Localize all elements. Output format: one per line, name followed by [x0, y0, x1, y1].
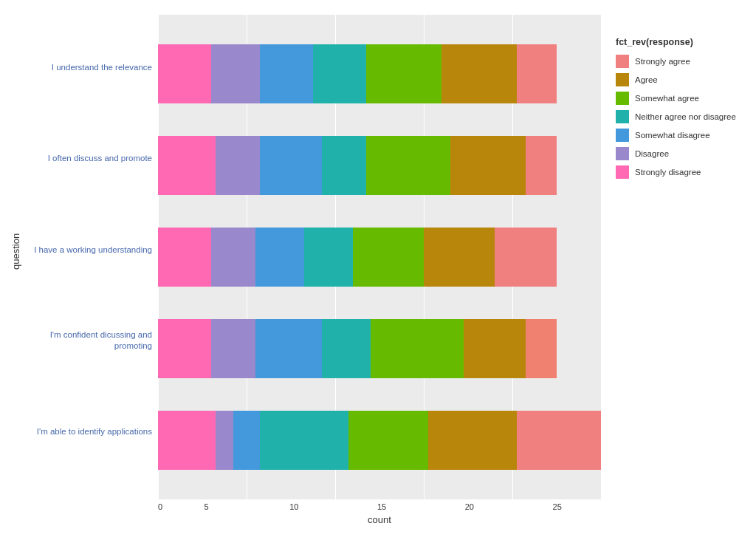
question-labels: I understand the relevanceI often discus…	[21, 15, 158, 499]
question-label-0: I understand the relevance	[21, 22, 152, 113]
legend-swatch-3	[616, 110, 629, 123]
bars-container	[158, 22, 601, 492]
legend-swatch-0	[616, 55, 629, 68]
legend-label-3: Neither agree nor disagree	[635, 112, 736, 121]
legend-items: Strongly agreeAgreeSomewhat agreeNeither…	[616, 55, 749, 184]
legend-item-4: Somewhat disagree	[616, 129, 749, 142]
bar-row-0	[158, 44, 601, 103]
x-axis: 0510152025	[158, 502, 601, 511]
legend-swatch-4	[616, 129, 629, 142]
legend-label-0: Strongly agree	[635, 57, 690, 66]
legend: fct_rev(response) Strongly agreeAgreeSom…	[601, 30, 749, 191]
bar-segment-4-5	[428, 411, 517, 470]
question-label-2: I have a working understanding	[21, 204, 152, 295]
bar-segment-0-0	[158, 44, 211, 103]
bar-row-4	[158, 411, 601, 470]
legend-swatch-2	[616, 92, 629, 105]
legend-title: fct_rev(response)	[616, 37, 749, 47]
legend-label-1: Agree	[635, 75, 658, 84]
bar-segment-3-0	[158, 319, 211, 378]
legend-label-2: Somewhat agree	[635, 94, 699, 103]
legend-label-5: Disagree	[635, 149, 669, 158]
bar-segment-4-1	[216, 411, 233, 470]
bar-segment-1-5	[450, 136, 526, 195]
bar-segment-1-4	[366, 136, 450, 195]
bar-segment-1-6	[526, 136, 557, 195]
bar-segment-4-3	[260, 411, 348, 470]
legend-item-0: Strongly agree	[616, 55, 749, 68]
bar-segment-0-1	[211, 44, 260, 103]
bar-segment-4-6	[517, 411, 601, 470]
bar-segment-2-4	[353, 228, 424, 287]
bar-segment-2-1	[211, 228, 255, 287]
bar-segment-2-0	[158, 228, 211, 287]
question-label-1: I often discuss and promote	[21, 113, 152, 204]
y-axis-label: question	[7, 37, 21, 465]
bar-segment-1-1	[216, 136, 260, 195]
legend-label-6: Strongly disagree	[635, 168, 701, 177]
bar-row-3	[158, 319, 601, 378]
legend-label-4: Somewhat disagree	[635, 131, 710, 140]
bar-segment-4-4	[348, 411, 428, 470]
bar-row-1	[158, 136, 601, 195]
bar-segment-2-5	[424, 228, 495, 287]
x-tick-3: 15	[338, 502, 426, 511]
bar-segment-0-6	[517, 44, 557, 103]
x-tick-2: 10	[250, 502, 338, 511]
bar-segment-0-5	[441, 44, 517, 103]
bar-segment-2-2	[255, 228, 304, 287]
x-tick-4: 20	[425, 502, 513, 511]
bar-segment-3-4	[371, 319, 464, 378]
question-label-3: I'm confident dicussing and promoting	[21, 295, 152, 386]
bar-segment-3-6	[526, 319, 557, 378]
bar-segment-1-2	[260, 136, 322, 195]
legend-item-1: Agree	[616, 73, 749, 86]
bar-segment-3-5	[464, 319, 526, 378]
bar-row-2	[158, 228, 601, 287]
legend-swatch-5	[616, 147, 629, 160]
legend-item-3: Neither agree nor disagree	[616, 110, 749, 123]
chart-container: question I understand the relevanceI oft…	[0, 0, 756, 540]
legend-item-2: Somewhat agree	[616, 92, 749, 105]
legend-swatch-1	[616, 73, 629, 86]
plot-wrapper: I understand the relevanceI often discus…	[21, 15, 601, 525]
bar-segment-0-3	[313, 44, 366, 103]
bar-segment-2-3	[304, 228, 353, 287]
x-axis-ticks-row: 0510152025	[21, 499, 601, 511]
legend-swatch-6	[616, 165, 629, 179]
bar-segment-3-2	[255, 319, 322, 378]
bar-segment-1-0	[158, 136, 216, 195]
bar-segment-2-6	[495, 228, 557, 287]
plot-inner: I understand the relevanceI often discus…	[21, 15, 601, 499]
x-tick-1: 5	[162, 502, 250, 511]
legend-item-5: Disagree	[616, 147, 749, 160]
bar-segment-3-3	[322, 319, 371, 378]
question-label-4: I'm able to identify applications	[21, 386, 152, 477]
bar-segment-3-1	[211, 319, 255, 378]
chart-area: question I understand the relevanceI oft…	[7, 15, 749, 525]
bar-segment-0-4	[366, 44, 441, 103]
x-axis-label: count	[21, 514, 601, 525]
x-tick-5: 25	[513, 502, 601, 511]
bar-segment-4-0	[158, 411, 216, 470]
bar-segment-1-3	[322, 136, 366, 195]
bar-segment-0-2	[260, 44, 313, 103]
bar-segment-4-2	[233, 411, 260, 470]
legend-item-6: Strongly disagree	[616, 165, 749, 179]
plot-grid	[158, 15, 601, 499]
